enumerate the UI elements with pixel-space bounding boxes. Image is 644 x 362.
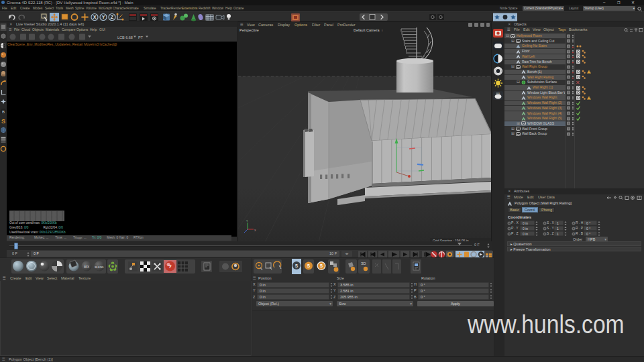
svg-text:S: S	[320, 263, 323, 268]
svg-text:!: !	[588, 97, 589, 100]
svg-text:3D: 3D	[361, 261, 366, 265]
svg-text:X: X	[254, 229, 256, 232]
svg-text:?: ?	[168, 263, 172, 269]
svg-text:Y: Y	[246, 219, 248, 223]
svg-text:B: B	[2, 110, 5, 114]
svg-text:X: X	[93, 15, 97, 19]
svg-text:S: S	[307, 263, 311, 268]
svg-text:PT: PT	[138, 36, 144, 40]
svg-text:BLEND: BLEND	[95, 265, 103, 269]
svg-text:MIX: MIX	[84, 265, 89, 269]
svg-text:!: !	[588, 70, 589, 74]
svg-text:LCB 6.68: LCB 6.68	[117, 36, 133, 40]
svg-text:Y: Y	[102, 15, 105, 19]
svg-text:S: S	[1, 118, 5, 125]
svg-text:S: S	[295, 263, 299, 268]
svg-text:RS: RS	[496, 92, 500, 95]
svg-text:Z: Z	[111, 15, 114, 19]
